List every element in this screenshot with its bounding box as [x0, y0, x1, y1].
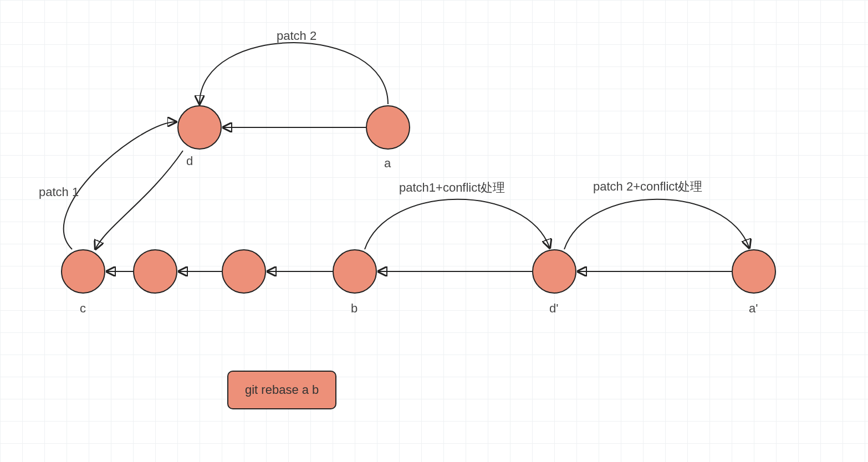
edge-label-patch2: patch 2 [277, 29, 316, 43]
label-a: a [384, 156, 391, 171]
command-box: git rebase a b [227, 371, 336, 409]
edge-label-patch1: patch 1 [39, 185, 79, 199]
label-d: d [186, 154, 193, 168]
label-d-prime: d' [549, 301, 558, 316]
node-c [61, 249, 105, 294]
edge-patch2 [200, 43, 388, 104]
node-blank-2 [133, 249, 177, 294]
edges-svg [0, 0, 868, 462]
edge-patch1-conflict [365, 199, 550, 249]
command-text: git rebase a b [245, 383, 319, 397]
edge-label-patch1-conflict: patch1+conflict处理 [399, 179, 505, 196]
diagram-canvas: d a c b d' a' patch 2 patch 1 patch1+con… [0, 0, 868, 462]
node-a-prime [732, 249, 776, 294]
node-b [333, 249, 377, 294]
node-blank-3 [222, 249, 266, 294]
edge-d-to-c [95, 151, 183, 249]
edge-label-patch2-conflict: patch 2+conflict处理 [593, 178, 702, 195]
node-a [366, 105, 410, 150]
edge-c-to-d [64, 122, 176, 249]
label-a-prime: a' [749, 301, 758, 316]
edge-patch2-conflict [564, 199, 749, 249]
label-c: c [80, 301, 86, 316]
node-d [177, 105, 222, 150]
label-b: b [351, 301, 358, 316]
node-d-prime [532, 249, 576, 294]
